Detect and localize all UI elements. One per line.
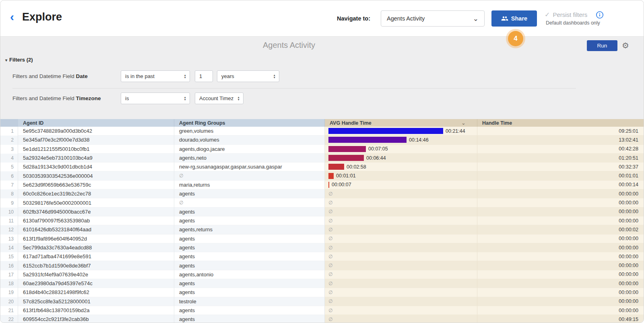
ring-groups-cell[interactable]: agents <box>174 189 325 198</box>
ring-groups-cell[interactable]: ∅ <box>174 198 325 207</box>
avg-handle-time-cell[interactable]: ∅ <box>325 297 477 306</box>
handle-time-cell[interactable]: 01:20:51 <box>477 154 644 163</box>
handle-time-cell[interactable]: 00:00:00 <box>477 261 644 270</box>
handle-time-cell[interactable]: 00:00:00 <box>477 189 644 198</box>
ring-groups-cell[interactable]: agents <box>174 243 325 252</box>
ring-groups-cell[interactable]: agents <box>174 235 325 243</box>
agent-id-cell[interactable]: 5d28a191343c9d001dbcb1d4 <box>18 163 174 171</box>
avg-handle-time-cell[interactable]: ∅ <box>325 243 477 252</box>
filters-section-toggle[interactable]: ▾Filters (2) <box>5 57 33 63</box>
agent-id-cell[interactable]: 5e1dd1212155f50010bc0fb1 <box>18 145 174 154</box>
handle-time-cell[interactable]: 00:00:02 <box>477 225 644 234</box>
handle-time-cell[interactable]: 00:00:00 <box>477 243 644 252</box>
avg-handle-time-header[interactable]: AVG Handle Time ⌄ <box>325 119 477 127</box>
navigate-to-dropdown[interactable]: Agents Activity ⌄ <box>381 10 485 27</box>
ring-groups-cell[interactable]: agents <box>174 208 325 216</box>
avg-handle-time-cell[interactable]: 00:21:44 <box>325 127 477 136</box>
agent-id-cell[interactable]: 60ae23980da79d45397e574c <box>18 279 174 288</box>
avg-handle-time-cell[interactable]: 00:01:01 <box>325 171 477 180</box>
avg-handle-time-cell[interactable]: ∅ <box>325 306 477 315</box>
avg-handle-time-cell[interactable]: 00:07:05 <box>325 145 477 154</box>
handle-time-cell[interactable]: 00:01:01 <box>477 171 644 180</box>
avg-handle-time-cell[interactable]: ∅ <box>325 208 477 216</box>
handle-time-cell[interactable]: 00:00:00 <box>477 198 644 207</box>
ring-groups-cell[interactable]: agents <box>174 261 325 270</box>
avg-handle-time-cell[interactable]: ∅ <box>325 261 477 270</box>
avg-handle-time-cell[interactable]: ∅ <box>325 270 477 279</box>
agent-id-cell[interactable]: 617ad71afba4741699e8e591 <box>18 252 174 261</box>
handle-time-cell[interactable]: 00:00:00 <box>477 208 644 216</box>
agent-id-cell[interactable]: 60c0c826ce1ec319b2c2ec78 <box>18 189 174 198</box>
avg-handle-time-cell[interactable]: ∅ <box>325 252 477 261</box>
handle-time-cell[interactable]: 00:00:00 <box>477 306 644 315</box>
handle-time-cell[interactable]: 00:00:14 <box>477 181 644 189</box>
agent-id-cell[interactable]: 5a29324e5eb73100103bc4a9 <box>18 154 174 163</box>
timezone-operator-select[interactable]: is ▲▼ <box>121 93 190 104</box>
handle-time-cell[interactable]: 00:42:28 <box>477 145 644 154</box>
ring-groups-cell[interactable]: agents,diogo,jacare <box>174 145 325 154</box>
handle-time-cell[interactable]: 00:00:00 <box>477 235 644 243</box>
ring-groups-cell[interactable]: agents,neto <box>174 154 325 163</box>
handle-time-cell[interactable]: 00:00:00 <box>477 297 644 306</box>
ring-groups-cell[interactable]: ∅ <box>174 171 325 180</box>
agent-id-cell[interactable]: 503298176fe50e0002000001 <box>18 198 174 207</box>
persist-filters-toggle[interactable]: ✓ Persist filters <box>545 11 587 19</box>
ring-groups-cell[interactable]: agents <box>174 216 325 225</box>
agent-id-cell[interactable]: 5e95c37488289a000d3b0c42 <box>18 127 174 136</box>
handle-time-cell[interactable]: 00:00:00 <box>477 288 644 297</box>
avg-handle-time-cell[interactable]: ∅ <box>325 279 477 288</box>
agent-id-cell[interactable]: 609554cc2c921f3fe2cab36b <box>18 315 174 323</box>
avg-handle-time-cell[interactable]: ∅ <box>325 189 477 198</box>
run-button[interactable]: Run <box>587 40 617 51</box>
agent-id-cell[interactable]: 5e345af70e3c2f000e7d3d38 <box>18 136 174 144</box>
avg-handle-time-cell[interactable]: ∅ <box>325 288 477 297</box>
agent-id-cell[interactable]: 618d4b40c288321498f9fc62 <box>18 288 174 297</box>
gear-icon[interactable]: ⚙ <box>622 41 629 50</box>
share-button[interactable]: Share <box>491 10 537 27</box>
avg-handle-time-cell[interactable]: ∅ <box>325 235 477 243</box>
date-unit-select[interactable]: years ▲▼ <box>217 70 279 82</box>
handle-time-cell[interactable]: 00:00:00 <box>477 270 644 279</box>
avg-handle-time-cell[interactable]: ∅ <box>325 198 477 207</box>
ring-groups-cell[interactable]: agents <box>174 315 325 323</box>
ring-groups-cell[interactable]: maria,returns <box>174 181 325 189</box>
avg-handle-time-cell[interactable]: ∅ <box>325 216 477 225</box>
avg-handle-time-cell[interactable]: ∅ <box>325 315 477 323</box>
ring-groups-cell[interactable]: agents <box>174 252 325 261</box>
back-chevron-icon[interactable]: ‹ <box>10 10 14 24</box>
agent-id-cell[interactable]: 5ec799da33c7630a4eadcd88 <box>18 243 174 252</box>
agent-id-cell[interactable]: 6130af790097f563353980ab <box>18 216 174 225</box>
agent-id-cell[interactable]: 613f1f9af896e604f640952d <box>18 235 174 243</box>
agent-id-cell[interactable]: 5e623d9f0659b663e536759c <box>18 181 174 189</box>
handle-time-cell[interactable]: 13:02:41 <box>477 136 644 144</box>
handle-time-cell[interactable]: 00:32:37 <box>477 163 644 171</box>
avg-handle-time-cell[interactable]: 00:14:46 <box>325 136 477 144</box>
ring-groups-cell[interactable]: new-rg,susanagaspar,gaspar,susana.gaspar <box>174 163 325 171</box>
ring-groups-cell[interactable]: agents,returns <box>174 225 325 234</box>
ring-groups-cell[interactable]: agents <box>174 288 325 297</box>
agent-id-cell[interactable]: 5a2931fcf4ef9a07639e402e <box>18 270 174 279</box>
ring-groups-cell[interactable]: green,volumes <box>174 127 325 136</box>
agent-id-header[interactable]: Agent ID <box>18 119 174 127</box>
agent-id-cell[interactable]: 6152ccb7b1d1590e8de36bf7 <box>18 261 174 270</box>
ring-groups-cell[interactable]: agents <box>174 306 325 315</box>
avg-handle-time-cell[interactable]: ∅ <box>325 225 477 234</box>
handle-time-header[interactable]: Handle Time <box>477 119 644 127</box>
date-operator-select[interactable]: is in the past ▲▼ <box>121 70 190 82</box>
agent-id-cell[interactable]: 61016426db53231840f64aad <box>18 225 174 234</box>
agent-id-cell[interactable]: 613f1fb648c138700159bd2a <box>18 306 174 315</box>
timezone-value-select[interactable]: Account Timez ▲▼ <box>195 93 244 104</box>
avg-handle-time-cell[interactable]: 00:06:44 <box>325 154 477 163</box>
handle-time-cell[interactable]: 00:00:00 <box>477 279 644 288</box>
agent-id-cell[interactable]: 57c825cc8fe3a52128000001 <box>18 297 174 306</box>
ring-groups-cell[interactable]: agents <box>174 279 325 288</box>
handle-time-cell[interactable]: 00:49:15 <box>477 315 644 323</box>
info-icon[interactable] <box>596 11 604 21</box>
handle-time-cell[interactable]: 00:00:00 <box>477 252 644 261</box>
avg-handle-time-cell[interactable]: 00:02:58 <box>325 163 477 171</box>
avg-handle-time-cell[interactable]: 00:00:07 <box>325 181 477 189</box>
ring-groups-cell[interactable]: testrole <box>174 297 325 306</box>
ring-groups-cell[interactable]: dourado,volumes <box>174 136 325 144</box>
handle-time-cell[interactable]: 09:25:01 <box>477 127 644 136</box>
date-amount-input[interactable] <box>195 70 213 82</box>
